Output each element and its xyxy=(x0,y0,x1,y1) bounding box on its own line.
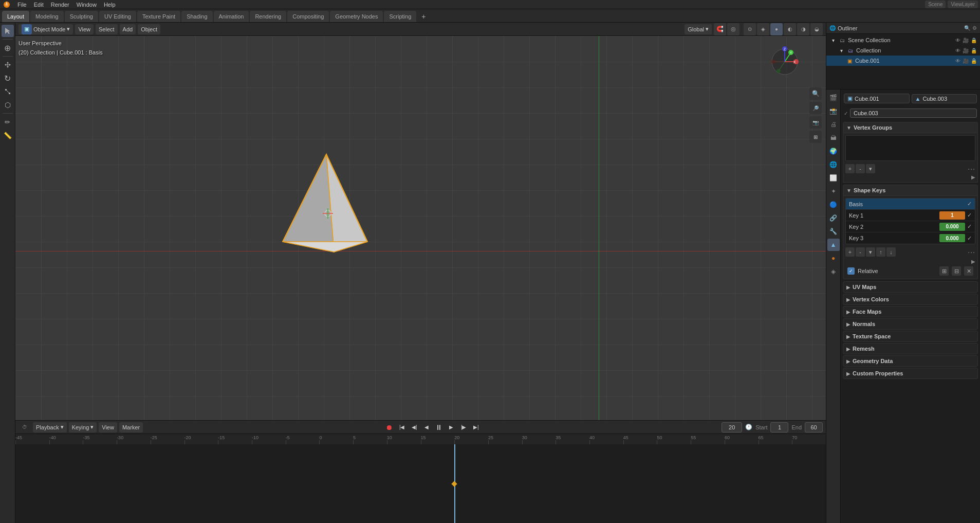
relative-extra-3[interactable]: ✕ xyxy=(964,266,973,276)
select-menu[interactable]: Select xyxy=(96,24,118,34)
vertex-group-add[interactable]: + xyxy=(845,164,855,173)
zoom-out-button[interactable]: 🔎 xyxy=(809,102,822,114)
overlay-toggle[interactable]: ⊙ xyxy=(744,23,756,35)
view-layer-selector[interactable]: ViewLayer xyxy=(948,1,978,8)
cube001-visibility[interactable]: 👁 xyxy=(955,58,960,64)
prop-tab-modifiers[interactable]: 🔧 xyxy=(827,225,840,238)
mesh-data-display[interactable]: ▲ Cube.003 xyxy=(912,94,977,103)
shape-key-expand-btn[interactable]: ▶ xyxy=(971,259,975,264)
shape-key-1[interactable]: Key 1 1 ✓ xyxy=(846,210,975,221)
tool-annotate[interactable]: ✏ xyxy=(2,116,14,128)
camera-view-button[interactable]: 📷 xyxy=(809,116,822,129)
shape-key-2-value[interactable]: 0.000 xyxy=(939,223,965,231)
view-menu-timeline[interactable]: View xyxy=(99,422,117,432)
view-rendered[interactable]: ◑ xyxy=(797,23,809,35)
collection-render[interactable]: 🔒 xyxy=(971,48,977,53)
step-back-button[interactable]: ◀| xyxy=(409,422,420,433)
prop-tab-render[interactable]: 📸 xyxy=(827,105,840,117)
shape-key-down[interactable]: ↓ xyxy=(886,247,896,257)
snap-toggle[interactable]: 🧲 xyxy=(714,23,726,35)
prop-tab-view-layer[interactable]: 🏔 xyxy=(827,132,840,144)
shape-keys-header[interactable]: ▼ Shape Keys xyxy=(843,185,978,196)
menu-render[interactable]: Render xyxy=(48,0,72,9)
marker-menu[interactable]: Marker xyxy=(119,422,143,432)
shape-key-more[interactable]: ··· xyxy=(968,248,975,256)
tab-texture-paint[interactable]: Texture Paint xyxy=(137,11,180,22)
tool-select[interactable] xyxy=(2,25,14,37)
tab-modeling[interactable]: Modeling xyxy=(30,11,64,22)
start-frame-input[interactable] xyxy=(770,422,788,432)
prop-tab-world[interactable]: 🌐 xyxy=(827,158,840,171)
vertex-colors-section[interactable]: ▶ Vertex Colors xyxy=(843,294,978,305)
timeline-view-icon[interactable]: ⏱ xyxy=(19,421,31,434)
frame-all-button[interactable]: ⊞ xyxy=(809,131,822,143)
view-eevee[interactable]: ◒ xyxy=(810,23,823,35)
vertex-group-remove[interactable]: - xyxy=(856,164,865,173)
jump-end-button[interactable]: ▶| xyxy=(470,422,482,433)
mode-selector[interactable]: ▣ Object Mode ▾ xyxy=(19,24,73,34)
normals-section[interactable]: ▶ Normals xyxy=(843,318,978,330)
vertex-group-special[interactable]: ▾ xyxy=(866,164,875,173)
collection-visibility[interactable]: 👁 xyxy=(955,48,960,53)
add-workspace-button[interactable]: + xyxy=(417,11,430,22)
prop-tab-scene[interactable]: 🎬 xyxy=(827,92,840,104)
tab-compositing[interactable]: Compositing xyxy=(287,11,329,22)
vertex-groups-more[interactable]: ··· xyxy=(968,165,975,173)
play-reverse-button[interactable]: ◀ xyxy=(421,422,432,433)
prop-tab-scene2[interactable]: 🌍 xyxy=(827,145,840,157)
collection-restrict[interactable]: 🎥 xyxy=(963,48,969,53)
tool-transform[interactable]: ⬡ xyxy=(2,99,14,111)
view-solid[interactable]: ● xyxy=(770,23,783,35)
proportional-edit[interactable]: ◎ xyxy=(727,23,739,35)
3d-object-pyramid[interactable] xyxy=(267,139,385,273)
menu-help[interactable]: Help xyxy=(101,0,119,9)
shape-key-1-check[interactable]: ✓ xyxy=(967,212,972,219)
tab-shading[interactable]: Shading xyxy=(181,11,212,22)
outliner-item-cube001[interactable]: ▣ Cube.001 👁 🎥 🔒 xyxy=(826,56,980,66)
cube001-restrict[interactable]: 🎥 xyxy=(963,58,969,64)
timeline-content[interactable] xyxy=(15,444,826,523)
cube001-render[interactable]: 🔒 xyxy=(971,58,977,64)
texture-space-section[interactable]: ▶ Texture Space xyxy=(843,331,978,342)
tool-scale[interactable] xyxy=(2,85,14,98)
scene-collection-visibility[interactable]: 👁 xyxy=(955,38,960,43)
tab-animation[interactable]: Animation xyxy=(214,11,249,22)
shape-key-remove[interactable]: - xyxy=(856,247,865,257)
play-button[interactable]: ▶ xyxy=(446,422,457,433)
tool-move[interactable] xyxy=(2,59,14,71)
remesh-section[interactable]: ▶ Remesh xyxy=(843,343,978,354)
prop-tab-constraints[interactable]: 🔗 xyxy=(827,212,840,224)
tool-rotate[interactable]: ↻ xyxy=(2,72,14,84)
view-menu[interactable]: View xyxy=(75,24,94,34)
scene-selector[interactable]: Scene xyxy=(925,1,946,8)
keying-menu[interactable]: Keying ▾ xyxy=(69,422,97,432)
step-forward-button[interactable]: |▶ xyxy=(458,422,469,433)
prop-tab-material[interactable]: ● xyxy=(827,252,840,264)
prop-tab-data[interactable]: ▲ xyxy=(827,239,840,251)
shape-key-add[interactable]: + xyxy=(845,247,855,257)
tool-cursor[interactable]: ⊕ xyxy=(2,42,14,54)
tool-measure[interactable]: 📏 xyxy=(2,129,14,141)
record-button[interactable]: ⏺ xyxy=(383,421,395,434)
shape-key-basis[interactable]: Basis ✓ xyxy=(846,199,975,210)
prop-tab-particles[interactable]: ✦ xyxy=(827,185,840,197)
tab-rendering[interactable]: Rendering xyxy=(250,11,286,22)
shape-key-3-check[interactable]: ✓ xyxy=(967,235,972,242)
transform-space-selector[interactable]: Global ▾ xyxy=(685,24,712,34)
uv-maps-section[interactable]: ▶ UV Maps xyxy=(843,281,978,293)
prop-tab-output[interactable]: 🖨 xyxy=(827,118,840,131)
keyframe-marker[interactable] xyxy=(452,481,457,486)
object-menu[interactable]: Object xyxy=(138,24,160,34)
view-material[interactable]: ◐ xyxy=(784,23,796,35)
tab-uv-editing[interactable]: UV Editing xyxy=(99,11,136,22)
xray-toggle[interactable]: ◈ xyxy=(757,23,769,35)
active-object-display[interactable]: ▣ Cube.001 xyxy=(844,94,910,103)
custom-properties-section[interactable]: ▶ Custom Properties xyxy=(843,368,978,379)
tab-scripting[interactable]: Scripting xyxy=(384,11,416,22)
outliner-search-icon[interactable]: 🔍 xyxy=(964,25,970,31)
blender-logo-icon[interactable] xyxy=(2,0,11,9)
outliner-item-collection[interactable]: ▾ 🗂 Collection 👁 🎥 🔒 xyxy=(826,45,980,56)
relative-checkbox[interactable]: ✓ xyxy=(847,267,855,275)
viewport-3d[interactable]: User Perspective (20) Collection | Cube.… xyxy=(15,36,826,420)
zoom-in-button[interactable]: 🔍 xyxy=(809,87,822,100)
